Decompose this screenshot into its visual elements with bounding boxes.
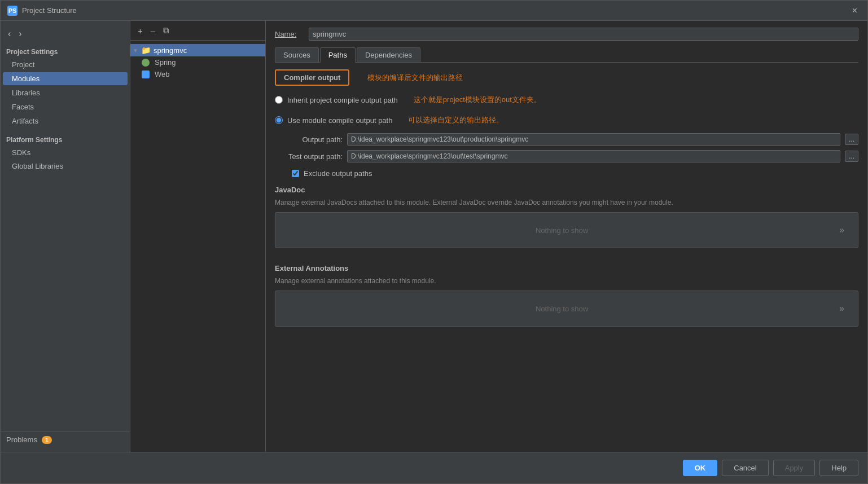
- javadoc-title: JavaDoc: [275, 186, 858, 194]
- use-module-radio-label: Use module compile output path: [287, 116, 392, 125]
- external-annotations-desc: Manage external annotations attached to …: [275, 276, 858, 286]
- output-path-input[interactable]: [347, 133, 840, 146]
- sidebar-item-facets[interactable]: Facets: [3, 100, 128, 113]
- output-path-browse[interactable]: ...: [845, 134, 858, 145]
- forward-button[interactable]: ›: [16, 28, 24, 40]
- compiler-output-hint: 模块的编译后文件的输出路径: [367, 73, 463, 83]
- external-annotations-empty-text: Nothing to show: [287, 305, 837, 313]
- web-icon: [142, 71, 150, 78]
- project-structure-dialog: PS Project Structure × ‹ › Project Setti…: [0, 0, 868, 484]
- test-output-path-label: Test output path:: [275, 152, 343, 161]
- folder-icon: 📁: [141, 46, 151, 55]
- compiler-output-title: Compiler output: [275, 69, 349, 86]
- tree-toolbar: + – ⧉: [130, 21, 265, 41]
- sidebar-item-artifacts[interactable]: Artifacts: [3, 115, 128, 127]
- problems-label: Problems: [6, 435, 37, 444]
- add-module-button[interactable]: +: [135, 25, 146, 37]
- tree-web-label: Web: [155, 70, 170, 78]
- remove-module-button[interactable]: –: [148, 25, 158, 37]
- tree-root-label: springmvc: [154, 46, 187, 55]
- platform-settings-label: Platform Settings: [1, 133, 130, 146]
- tree-item-spring[interactable]: Spring: [130, 56, 265, 68]
- bottom-bar: OK Cancel Apply Help: [1, 452, 867, 483]
- nav-buttons: ‹ ›: [1, 25, 130, 45]
- external-annotations-panel: Nothing to show »: [275, 291, 858, 327]
- use-module-hint: 可以选择自定义的输出路径。: [408, 115, 503, 125]
- ok-button[interactable]: OK: [683, 460, 718, 476]
- javadoc-panel: Nothing to show »: [275, 212, 858, 248]
- exclude-checkbox-row: Exclude output paths: [292, 169, 858, 178]
- problems-section[interactable]: Problems 1: [1, 432, 130, 447]
- compiler-output-header: Compiler output 模块的编译后文件的输出路径: [275, 69, 858, 86]
- tree-item-web[interactable]: Web: [130, 68, 265, 80]
- javadoc-empty-text: Nothing to show: [287, 226, 837, 235]
- name-label: Name:: [275, 30, 303, 38]
- inherit-radio-label: Inherit project compile output path: [287, 96, 398, 104]
- tree-item-springmvc[interactable]: ▼ 📁 springmvc: [130, 44, 265, 56]
- use-module-radio-row: Use module compile output path 可以选择自定义的输…: [275, 113, 858, 127]
- sidebar: ‹ › Project Settings Project Modules Lib…: [1, 21, 130, 452]
- close-button[interactable]: ×: [849, 5, 861, 17]
- back-button[interactable]: ‹: [5, 28, 14, 40]
- sidebar-item-project[interactable]: Project: [3, 58, 128, 71]
- inherit-hint: 这个就是project模块设置的out文件夹。: [414, 95, 541, 105]
- tab-sources[interactable]: Sources: [275, 47, 319, 62]
- tree-content: ▼ 📁 springmvc Spring Web: [130, 41, 265, 452]
- tree-spring-label: Spring: [155, 58, 176, 67]
- inherit-radio-row: Inherit project compile output path 这个就是…: [275, 93, 858, 107]
- tree-panel: + – ⧉ ▼ 📁 springmvc Spring Web: [130, 21, 266, 452]
- dialog-title: Project Structure: [22, 6, 77, 15]
- tree-arrow: ▼: [133, 47, 138, 54]
- tabs-row: Sources Paths Dependencies: [275, 47, 858, 63]
- title-bar-left: PS Project Structure: [7, 6, 77, 16]
- project-settings-section: Project Settings: [1, 45, 130, 58]
- name-input[interactable]: [309, 28, 858, 41]
- tab-dependencies[interactable]: Dependencies: [357, 47, 420, 62]
- external-annotations-expand-button[interactable]: »: [837, 302, 847, 315]
- exclude-checkbox[interactable]: [292, 170, 299, 177]
- platform-settings-section: Platform Settings SDKs Global Libraries: [1, 133, 130, 173]
- output-path-label: Output path:: [275, 135, 343, 144]
- sidebar-item-modules[interactable]: Modules: [3, 72, 128, 85]
- dialog-body: ‹ › Project Settings Project Modules Lib…: [1, 21, 867, 452]
- javadoc-desc: Manage external JavaDocs attached to thi…: [275, 197, 858, 208]
- spring-icon: [142, 59, 150, 67]
- help-button[interactable]: Help: [819, 460, 858, 476]
- output-path-row: Output path: ...: [275, 133, 858, 146]
- problems-badge: 1: [42, 436, 52, 444]
- test-output-path-row: Test output path: ...: [275, 150, 858, 162]
- app-icon: PS: [7, 6, 17, 16]
- sidebar-item-global-libraries[interactable]: Global Libraries: [3, 160, 128, 173]
- apply-button[interactable]: Apply: [773, 460, 816, 476]
- copy-module-button[interactable]: ⧉: [160, 24, 172, 37]
- sidebar-item-sdks[interactable]: SDKs: [3, 146, 128, 159]
- use-module-radio[interactable]: [275, 116, 283, 124]
- test-output-path-browse[interactable]: ...: [845, 151, 858, 162]
- sidebar-item-libraries[interactable]: Libraries: [3, 86, 128, 99]
- cancel-button[interactable]: Cancel: [722, 460, 768, 476]
- tab-paths[interactable]: Paths: [320, 47, 356, 63]
- main-content: Name: Sources Paths Dependencies Compile…: [266, 21, 867, 452]
- javadoc-expand-button[interactable]: »: [837, 224, 847, 236]
- inherit-radio[interactable]: [275, 96, 283, 104]
- test-output-path-input[interactable]: [347, 150, 840, 162]
- exclude-label: Exclude output paths: [304, 169, 372, 178]
- external-annotations-title: External Annotations: [275, 264, 858, 272]
- title-bar: PS Project Structure ×: [1, 1, 867, 21]
- name-row: Name:: [275, 28, 858, 41]
